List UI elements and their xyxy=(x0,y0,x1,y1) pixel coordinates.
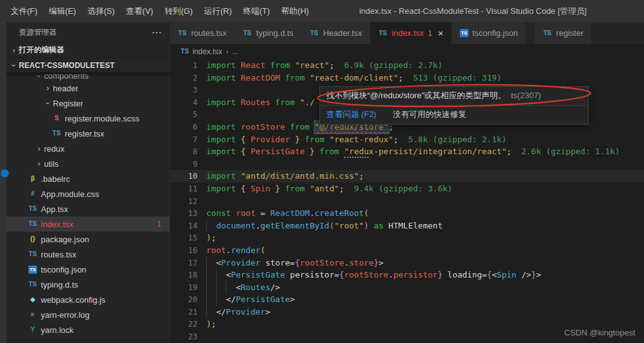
tree-item-label: utils xyxy=(44,159,58,169)
code-line-15[interactable]: 15); xyxy=(170,232,644,244)
view-problem-link[interactable]: 查看问题 (F2) xyxy=(326,109,376,120)
breadcrumb-file: index.tsx xyxy=(192,47,222,56)
code-line-21[interactable]: 21</Provider> xyxy=(170,306,644,318)
line-content: import { PersistGate } from "redux-persi… xyxy=(206,145,619,158)
open-editors-section[interactable]: › 打开的编辑器 xyxy=(6,42,170,57)
code-line-14[interactable]: 14document.getElementById("root") as HTM… xyxy=(170,220,644,232)
code-token: import xyxy=(206,96,236,109)
line-number: 10 xyxy=(170,170,197,183)
code-line-16[interactable]: 16root.render( xyxy=(170,244,644,257)
tree-file-yarn-error.log[interactable]: ≡yarn-error.log xyxy=(6,307,170,322)
code-line-1[interactable]: 1import React from "react"; 6.9k (gzippe… xyxy=(170,59,644,72)
code-token: React xyxy=(236,59,265,72)
tree-file-routes.tsx[interactable]: TSroutes.tsx xyxy=(6,247,170,262)
tree-folder-header[interactable]: ›header xyxy=(6,81,170,96)
code-token: from xyxy=(280,183,304,195)
code-token: = xyxy=(290,257,295,269)
code-line-10[interactable]: 10import "antd/dist/antd.min.css"; xyxy=(170,170,644,183)
tree-file-index.tsx[interactable]: TSindex.tsx1 xyxy=(6,216,170,232)
menu-item[interactable]: 转到(G) xyxy=(159,0,199,22)
tab-register[interactable]: TSregister xyxy=(535,22,591,44)
tree-file-tsconfig.json[interactable]: TStsconfig.json xyxy=(6,262,170,277)
code-token: < xyxy=(226,269,231,281)
tree-file-App.module.css[interactable]: #App.module.css xyxy=(6,186,170,201)
code-token: Provider xyxy=(226,306,265,318)
code-line-13[interactable]: 13const root = ReactDOM.createRoot( xyxy=(170,207,644,220)
code-token: ) xyxy=(206,318,211,330)
code-line-17[interactable]: 17<Provider store={rootStore.store}> xyxy=(170,257,644,269)
tree-folder-Register[interactable]: ›Register xyxy=(6,96,170,111)
menu-item[interactable]: 文件(F) xyxy=(5,0,43,22)
breadcrumb-tail: ... xyxy=(232,47,238,56)
tree-folder-utils[interactable]: ›utils xyxy=(6,156,170,171)
close-icon[interactable]: × xyxy=(438,28,443,38)
code-token: "antd" xyxy=(305,183,340,195)
menu-item[interactable]: 终端(T) xyxy=(237,0,275,22)
code-line-2[interactable]: 2import ReactDOM from "react-dom/client"… xyxy=(170,72,644,84)
code-token: { xyxy=(295,257,300,269)
menu-item[interactable]: 运行(R) xyxy=(198,0,237,22)
indent-guides xyxy=(206,293,226,306)
project-section[interactable]: › REACT-CSSMODULETEST xyxy=(6,57,170,72)
code-line-12[interactable]: 12 xyxy=(170,195,644,208)
tab-error-count: 1 xyxy=(428,28,432,38)
tree-folder-components[interactable]: ›components xyxy=(6,72,170,81)
menu-bar: 文件(F)编辑(E)选择(S)查看(V)转到(G)运行(R)终端(T)帮助(H) xyxy=(0,0,314,22)
code-line-19[interactable]: 19<Routes/> xyxy=(170,281,644,294)
line-content: import { Provider } from "react-redux"; … xyxy=(206,133,506,146)
tree-file-typing.d.ts[interactable]: TStyping.d.ts xyxy=(6,277,170,292)
tree-file-register.module.scss[interactable]: Sregister.module.scss xyxy=(6,111,170,126)
code-token: Routes xyxy=(241,281,270,294)
menu-item[interactable]: 编辑(E) xyxy=(43,0,82,22)
code-token: from xyxy=(270,96,295,109)
code-token: Provider xyxy=(221,257,260,269)
code-token: { xyxy=(339,269,344,281)
code-token: import xyxy=(206,72,236,84)
code-line-18[interactable]: 18<PersistGate persistor={rootStore.pers… xyxy=(170,269,644,281)
code-line-11[interactable]: 11import { Spin } from "antd"; 9.4k (gzi… xyxy=(170,183,644,195)
code-token: ; xyxy=(211,232,216,244)
code-token: import xyxy=(206,133,236,146)
tree-file-package.json[interactable]: {}package.json xyxy=(6,232,170,247)
tab-label: index.tsx xyxy=(392,28,424,38)
line-number: 21 xyxy=(170,306,197,318)
breadcrumb[interactable]: TS index.tsx › ... xyxy=(170,44,644,59)
menu-item[interactable]: 选择(S) xyxy=(82,0,120,22)
vscode-window: 文件(F)编辑(E)选择(S)查看(V)转到(G)运行(R)终端(T)帮助(H)… xyxy=(0,0,644,343)
code-token: 2.6k (gzipped: 1.1k) xyxy=(511,145,619,158)
indent-guides xyxy=(206,220,216,232)
code-token xyxy=(309,121,314,133)
code-token: < xyxy=(236,281,241,294)
tree-file-yarn.lock[interactable]: Yyarn.lock xyxy=(6,322,170,337)
line-content: import ReactDOM from "react-dom/client";… xyxy=(206,72,502,84)
menu-item[interactable]: 帮助(H) xyxy=(275,0,314,22)
tree-folder-redux[interactable]: ›redux xyxy=(6,141,170,156)
code-token: const xyxy=(206,207,231,220)
tree-file-register.tsx[interactable]: TSregister.tsx xyxy=(6,126,170,141)
tree-file-App.tsx[interactable]: TSApp.tsx xyxy=(6,201,170,216)
tree-file-.babelrc[interactable]: β.babelrc xyxy=(6,171,170,186)
code-line-20[interactable]: 20</PersistGate> xyxy=(170,293,644,306)
code-line-9[interactable]: 9 xyxy=(170,158,644,171)
problem-count-badge: 1 xyxy=(157,220,161,228)
title-bar: 文件(F)编辑(E)选择(S)查看(V)转到(G)运行(R)终端(T)帮助(H)… xyxy=(0,0,644,22)
open-editors-label: 打开的编辑器 xyxy=(19,45,64,55)
more-actions-icon[interactable]: ⋯ xyxy=(152,26,162,38)
tree-file-webpack.config.js[interactable]: ◈webpack.config.js xyxy=(6,292,170,307)
code-token: . xyxy=(344,257,349,269)
tab-index.tsx[interactable]: TSindex.tsx1× xyxy=(370,22,452,44)
code-line-8[interactable]: 8import { PersistGate } from "redux-pers… xyxy=(170,145,644,158)
line-number: 6 xyxy=(170,121,197,133)
activity-bar[interactable] xyxy=(0,22,6,343)
tab-Header.tsx[interactable]: TSHeader.tsx xyxy=(302,22,370,44)
tree-item-label: header xyxy=(53,84,78,93)
code-token: } xyxy=(374,257,379,269)
code-line-7[interactable]: 7import { Provider } from "react-redux";… xyxy=(170,133,644,146)
tab-tsconfig.json[interactable]: TStsconfig.json xyxy=(452,22,526,44)
code-token: { xyxy=(236,183,246,195)
tree-item-label: register.module.scss xyxy=(65,114,140,123)
scss-icon: S xyxy=(52,114,62,123)
menu-item[interactable]: 查看(V) xyxy=(120,0,158,22)
tab-routes.tsx[interactable]: TSroutes.tsx xyxy=(170,22,235,44)
tab-typing.d.ts[interactable]: TStyping.d.ts xyxy=(235,22,301,44)
